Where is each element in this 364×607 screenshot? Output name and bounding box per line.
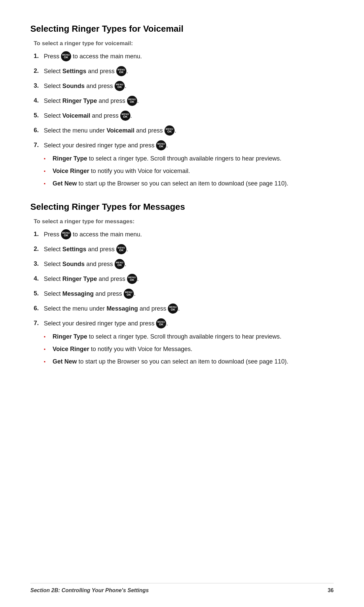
step-item: 2.Select Settings and press MENUOK. <box>34 66 334 77</box>
step-item: 4.Select Ringer Type and press MENUOK. <box>34 96 334 106</box>
menu-ok-button-icon: MENUOK <box>115 259 125 269</box>
step-content: Select Messaging and press MENUOK. <box>44 290 135 297</box>
bullet-text: Voice Ringer to notify you with Voice fo… <box>53 167 190 176</box>
bold-term: Voicemail <box>62 112 90 119</box>
step-number: 2. <box>34 244 44 254</box>
menu-ok-button-icon: MENUOK <box>156 318 166 328</box>
bullet-text: Voice Ringer to notify you with Voice fo… <box>53 345 192 354</box>
bullet-marker-icon: ▪ <box>44 155 51 162</box>
sub-bullets-list: ▪Ringer Type to select a ringer type. Sc… <box>44 154 334 188</box>
step-number: 3. <box>34 259 44 268</box>
step-text: Select the menu under Messaging and pres… <box>44 304 334 314</box>
bold-term: Settings <box>62 68 86 75</box>
bullet-bold-term: Get New <box>53 358 77 365</box>
steps-list: 1.Press MENUOK to access the main menu.2… <box>34 52 334 192</box>
step-number: 3. <box>34 81 44 90</box>
page-footer: Section 2B: Controlling Your Phone's Set… <box>30 583 334 594</box>
step-number: 1. <box>34 52 44 61</box>
step-item: 2.Select Settings and press MENUOK. <box>34 244 334 255</box>
bullet-item: ▪Voice Ringer to notify you with Voice f… <box>44 345 334 354</box>
section-title: Selecting Ringer Types for Voicemail <box>30 24 334 34</box>
step-number: 7. <box>34 319 44 328</box>
step-number: 1. <box>34 230 44 239</box>
step-content: Select the menu under Voicemail and pres… <box>44 127 176 134</box>
bullet-text: Get New to start up the Browser so you c… <box>53 179 288 188</box>
step-text: Select Messaging and press MENUOK. <box>44 289 334 299</box>
bold-term: Sounds <box>62 83 85 89</box>
sub-bullets-list: ▪Ringer Type to select a ringer type. Sc… <box>44 332 334 366</box>
bullet-marker-icon: ▪ <box>44 346 51 353</box>
step-text: Select your desired ringer type and pres… <box>44 319 334 370</box>
step-text: Select Settings and press MENUOK. <box>44 244 334 255</box>
step-item: 5.Select Messaging and press MENUOK. <box>34 289 334 299</box>
step-item: 6.Select the menu under Messaging and pr… <box>34 304 334 314</box>
menu-ok-button-icon: MENUOK <box>116 244 126 254</box>
bullet-bold-term: Voice Ringer <box>53 168 89 174</box>
step-item: 3.Select Sounds and press MENUOK. <box>34 81 334 91</box>
menu-ok-button-icon: MENUOK <box>127 274 137 284</box>
bullet-item: ▪Ringer Type to select a ringer type. Sc… <box>44 332 334 341</box>
step-text: Select your desired ringer type and pres… <box>44 141 334 192</box>
bullet-item: ▪Get New to start up the Browser so you … <box>44 179 334 188</box>
step-text: Press MENUOK to access the main menu. <box>44 230 334 240</box>
section-voicemail: Selecting Ringer Types for VoicemailTo s… <box>30 24 334 192</box>
step-text: Select Settings and press MENUOK. <box>44 66 334 77</box>
step-number: 6. <box>34 126 44 135</box>
subsection-label: To select a ringer type for voicemail: <box>34 40 334 47</box>
step-content: Select Settings and press MENUOK. <box>44 246 128 253</box>
bullet-marker-icon: ▪ <box>44 333 51 340</box>
step-content: Press MENUOK to access the main menu. <box>44 53 142 60</box>
bullet-text: Ringer Type to select a ringer type. Scr… <box>53 154 281 163</box>
step-item: 6.Select the menu under Voicemail and pr… <box>34 126 334 136</box>
bullet-text: Get New to start up the Browser so you c… <box>53 357 288 366</box>
step-text: Select Ringer Type and press MENUOK. <box>44 96 334 106</box>
bullet-item: ▪Ringer Type to select a ringer type. Sc… <box>44 154 334 163</box>
bullet-item: ▪Voice Ringer to notify you with Voice f… <box>44 167 334 176</box>
step-content: Select Ringer Type and press MENUOK. <box>44 276 139 282</box>
page-content: Selecting Ringer Types for VoicemailTo s… <box>30 24 334 370</box>
bullet-bold-term: Ringer Type <box>53 333 87 340</box>
section-messages: Selecting Ringer Types for MessagesTo se… <box>30 202 334 370</box>
step-number: 7. <box>34 141 44 150</box>
step-item: 3.Select Sounds and press MENUOK. <box>34 259 334 269</box>
step-item: 4.Select Ringer Type and press MENUOK. <box>34 274 334 284</box>
step-content: Select Ringer Type and press MENUOK. <box>44 97 139 104</box>
step-number: 5. <box>34 111 44 120</box>
step-item: 1.Press MENUOK to access the main menu. <box>34 230 334 240</box>
menu-ok-button-icon: MENUOK <box>168 304 178 314</box>
step-content: Select the menu under Messaging and pres… <box>44 305 180 312</box>
bullet-marker-icon: ▪ <box>44 168 51 175</box>
menu-ok-button-icon: MENUOK <box>61 51 71 61</box>
bullet-bold-term: Get New <box>53 180 77 187</box>
bold-term: Messaging <box>62 290 94 297</box>
menu-ok-button-icon: MENUOK <box>127 96 137 106</box>
step-text: Select Sounds and press MENUOK. <box>44 259 334 269</box>
step-text: Select the menu under Voicemail and pres… <box>44 126 334 136</box>
bold-term: Sounds <box>62 261 85 267</box>
step-text: Select Ringer Type and press MENUOK. <box>44 274 334 284</box>
bold-term: Messaging <box>107 305 138 312</box>
step-number: 6. <box>34 304 44 313</box>
steps-list: 1.Press MENUOK to access the main menu.2… <box>34 230 334 370</box>
menu-ok-button-icon: MENUOK <box>164 125 175 136</box>
section-title: Selecting Ringer Types for Messages <box>30 202 334 212</box>
step-text: Select Sounds and press MENUOK. <box>44 81 334 91</box>
menu-ok-button-icon: MENUOK <box>156 140 166 150</box>
step-content: Press MENUOK to access the main menu. <box>44 231 142 238</box>
bullet-marker-icon: ▪ <box>44 180 51 187</box>
menu-ok-button-icon: MENUOK <box>120 111 130 121</box>
step-text: Press MENUOK to access the main menu. <box>44 52 334 62</box>
bullet-bold-term: Voice Ringer <box>53 346 89 352</box>
bold-term: Voicemail <box>107 127 134 134</box>
step-content: Select your desired ringer type and pres… <box>44 142 168 149</box>
step-item: 7.Select your desired ringer type and pr… <box>34 319 334 370</box>
step-content: Select Sounds and press MENUOK. <box>44 261 126 267</box>
step-item: 5.Select Voicemail and press MENUOK. <box>34 111 334 121</box>
step-text: Select Voicemail and press MENUOK. <box>44 111 334 121</box>
bullet-bold-term: Ringer Type <box>53 155 87 162</box>
bold-term: Ringer Type <box>62 97 97 104</box>
step-number: 5. <box>34 289 44 298</box>
menu-ok-button-icon: MENUOK <box>115 81 125 91</box>
bold-term: Ringer Type <box>62 276 97 282</box>
bullet-marker-icon: ▪ <box>44 358 51 365</box>
